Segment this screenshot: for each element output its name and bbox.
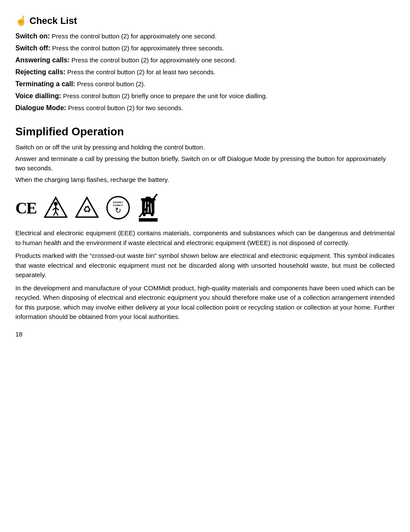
checklist-item-6: Voice dialling: Press control button (2)…: [15, 91, 395, 101]
detail-rejecting: Press the control button (2) for at leas…: [67, 68, 216, 76]
checklist-item-4: Rejecting calls: Press the control butto…: [15, 67, 395, 77]
symbols-row: CE ♻ GRØNTPUNKT ↻: [15, 194, 395, 222]
simplified-line-3: When the charging lamp flashes, recharge…: [15, 175, 395, 185]
svg-text:♻: ♻: [82, 204, 91, 215]
weee-bar: [139, 218, 158, 222]
term-rejecting: Rejecting calls:: [15, 68, 65, 76]
checklist-heading: ☝ Check List: [15, 14, 395, 28]
simplified-body: Switch on or off the unit by pressing an…: [15, 143, 395, 184]
checklist-body: Switch on: Press the control button (2) …: [15, 31, 395, 113]
svg-point-15: [143, 213, 146, 216]
term-dialogue: Dialogue Mode:: [15, 104, 66, 111]
simplified-line-1: Switch on or off the unit by pressing an…: [15, 143, 395, 152]
checklist-item-3: Answering calls: Press the control butto…: [15, 55, 395, 65]
page-number: 18: [15, 330, 395, 339]
env-para-3: In the development and manufacture of yo…: [15, 284, 395, 322]
detail-switch-on: Press the control button (2) for approxi…: [52, 32, 217, 40]
term-voice: Voice dialling:: [15, 92, 61, 99]
detail-switch-off: Press the control button (2) for approxi…: [52, 44, 224, 52]
detail-voice: Press control button (2) briefly once to…: [63, 92, 267, 99]
detail-dialogue: Press control button (2) for two seconds…: [68, 104, 183, 111]
weee-symbol: [138, 194, 159, 222]
ce-mark-symbol: CE: [15, 200, 36, 216]
svg-point-16: [151, 213, 154, 216]
checklist-title: Check List: [29, 14, 77, 28]
checklist-item-1: Switch on: Press the control button (2) …: [15, 31, 395, 41]
detail-answering: Press the control button (2) for approxi…: [71, 56, 236, 64]
checklist-item-5: Terminating a call: Press control button…: [15, 79, 395, 89]
recycling-symbol-2: ♻: [75, 196, 99, 219]
svg-rect-11: [146, 197, 151, 199]
term-terminating: Terminating a call:: [15, 80, 75, 88]
simplified-line-2: Answer and terminate a call by pressing …: [15, 154, 395, 173]
svg-line-5: [53, 212, 56, 216]
env-para-1: Electrical and electronic equipment (EEE…: [15, 228, 395, 248]
svg-line-6: [56, 212, 58, 216]
gront-punkt-symbol: GRØNTPUNKT ↻: [106, 196, 130, 219]
term-switch-on: Switch on:: [15, 32, 50, 40]
checklist-icon: ☝: [15, 14, 27, 28]
checklist-item-7: Dialogue Mode: Press control button (2) …: [15, 103, 395, 113]
simplified-heading: Simplified Operation: [15, 123, 395, 140]
term-switch-off: Switch off:: [15, 44, 50, 52]
checklist-item-2: Switch off: Press the control button (2)…: [15, 43, 395, 53]
gront-arrows: ↻: [115, 207, 121, 214]
weee-bin-svg: [138, 194, 159, 217]
detail-terminating: Press control button (2).: [77, 80, 145, 88]
term-answering: Answering calls:: [15, 56, 70, 64]
env-para-2: Products marked with the “crossed-out wa…: [15, 251, 395, 280]
environmental-body: Electrical and electronic equipment (EEE…: [15, 228, 395, 322]
recycling-symbol-1: [44, 196, 67, 219]
svg-point-1: [54, 202, 58, 206]
